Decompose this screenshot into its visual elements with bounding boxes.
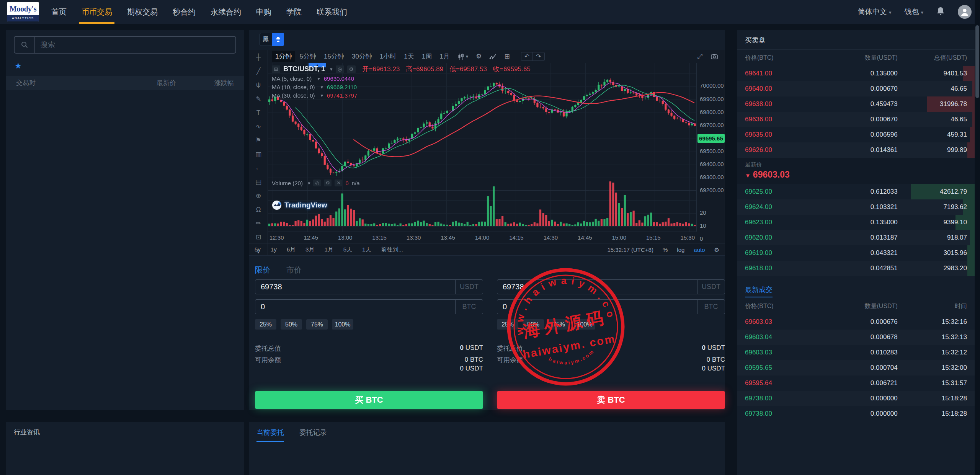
sell-price-input[interactable] <box>497 280 697 294</box>
ask-row[interactable]: 69641.00 0.135000 9401.53 <box>737 66 975 81</box>
draw-tool-icon[interactable]: ψ <box>253 81 264 89</box>
candle-style-icon[interactable]: ▾ <box>455 53 472 60</box>
percent-button[interactable]: 100% <box>332 319 353 330</box>
draw-tool-icon[interactable]: T <box>253 109 264 117</box>
symbol-menu-icon[interactable]: ⊞ <box>272 65 280 73</box>
percent-button[interactable]: 50% <box>281 319 302 330</box>
favorites-star-icon[interactable]: ★ <box>15 61 22 70</box>
chevron-down-icon[interactable]: ▾ <box>321 84 323 90</box>
clock-label[interactable]: 15:32:17 (UTC+8) <box>607 246 653 253</box>
chevron-down-icon[interactable]: ▾ <box>330 66 333 72</box>
nav-item[interactable]: 币币交易 <box>82 0 112 24</box>
percent-button[interactable]: 100% <box>574 319 595 330</box>
draw-tool-icon[interactable]: ✏ <box>253 219 264 228</box>
chart-theme-toggle[interactable]: 黑 <box>260 33 284 46</box>
sell-button[interactable]: 卖 BTC <box>497 391 725 409</box>
chevron-down-icon[interactable]: ▾ <box>321 93 323 98</box>
undo-icon[interactable]: ↶ <box>521 52 532 60</box>
compare-icon[interactable]: ⊞ <box>501 52 513 60</box>
range-button[interactable]: 1y <box>271 246 277 253</box>
ask-row[interactable]: 69636.00 0.000670 46.65 <box>737 112 975 127</box>
redo-icon[interactable]: ↷ <box>532 52 544 60</box>
tradingview-attribution[interactable]: TradingView <box>272 200 327 210</box>
range-button[interactable]: 5天 <box>343 246 352 253</box>
axis-settings-gear-icon[interactable]: ⚙ <box>714 246 719 253</box>
draw-tool-icon[interactable]: ▤ <box>253 178 264 186</box>
wallet-dropdown[interactable]: 钱包▾ <box>904 7 923 17</box>
ask-row[interactable]: 69638.00 0.459473 31996.78 <box>737 96 975 112</box>
nav-item[interactable]: 期权交易 <box>127 0 158 24</box>
percent-button[interactable]: 75% <box>306 319 328 330</box>
nav-item[interactable]: 学院 <box>286 0 302 24</box>
language-dropdown[interactable]: 简体中文▾ <box>858 7 892 17</box>
percent-button[interactable]: 50% <box>523 319 544 330</box>
tab-limit-order[interactable]: 限价 <box>255 265 270 275</box>
fullscreen-icon[interactable]: ⤢ <box>694 53 706 60</box>
range-button[interactable]: 1月 <box>324 246 333 253</box>
nav-item[interactable]: 联系我们 <box>317 0 347 24</box>
sell-amount-input[interactable] <box>497 300 697 314</box>
chevron-down-icon[interactable]: ▾ <box>308 180 310 186</box>
range-button[interactable]: 前往到... <box>381 246 403 253</box>
buy-amount-input[interactable] <box>255 300 455 314</box>
user-avatar[interactable] <box>958 5 972 19</box>
interval-button[interactable]: 1分钟 <box>272 51 295 62</box>
snapshot-camera-icon[interactable] <box>708 54 721 59</box>
interval-button[interactable]: 1小时 <box>376 51 400 62</box>
scrollbar-thumb[interactable] <box>975 25 979 98</box>
light-theme-button[interactable] <box>272 33 284 46</box>
volume-gear-icon[interactable]: ⚙ <box>324 180 332 186</box>
price-axis[interactable]: 69595.65 70000.0069900.0069800.0069700.0… <box>696 63 725 232</box>
bid-row[interactable]: 69623.00 0.135000 9399.10 <box>737 215 975 230</box>
draw-tool-icon[interactable]: ╱ <box>253 67 264 75</box>
draw-tool-icon[interactable]: Ω <box>253 206 264 214</box>
draw-tool-icon[interactable]: ⊡ <box>253 233 264 242</box>
range-button[interactable]: 6月 <box>287 246 296 253</box>
draw-tool-icon[interactable]: ⚑ <box>253 136 264 145</box>
interval-button[interactable]: 5分钟 <box>296 51 319 62</box>
draw-tool-icon[interactable]: ▥ <box>253 150 264 158</box>
bid-row[interactable]: 69619.00 0.043321 3015.96 <box>737 245 975 261</box>
interval-button[interactable]: 1周 <box>418 51 435 62</box>
symbol-gear-icon[interactable]: ⚙ <box>347 65 356 73</box>
chevron-down-icon[interactable]: ▾ <box>317 76 320 82</box>
dark-theme-button[interactable]: 黑 <box>260 33 272 46</box>
volume-close-icon[interactable]: ✕ <box>335 180 342 186</box>
interval-button[interactable]: 1月 <box>436 51 453 62</box>
range-button[interactable]: 5y <box>255 246 261 253</box>
notification-bell-icon[interactable] <box>936 7 945 17</box>
range-button[interactable]: 3月 <box>305 246 314 253</box>
percent-button[interactable]: 25% <box>255 319 276 330</box>
nav-item[interactable]: 首页 <box>51 0 67 24</box>
percent-button[interactable]: 75% <box>548 319 570 330</box>
volume-eye-icon[interactable]: ◎ <box>313 180 321 186</box>
draw-tool-icon[interactable]: ← <box>253 164 264 172</box>
percent-scale-button[interactable]: % <box>663 246 668 253</box>
tab-market-order[interactable]: 市价 <box>286 265 302 275</box>
auto-scale-button[interactable]: auto <box>694 246 705 253</box>
tab-current-orders[interactable]: 当前委托 <box>256 428 284 442</box>
interval-button[interactable]: 30分钟 <box>348 51 376 62</box>
nav-item[interactable]: 秒合约 <box>173 0 196 24</box>
draw-tool-icon[interactable]: ┼ <box>253 53 264 62</box>
buy-button[interactable]: 买 BTC <box>255 391 483 409</box>
draw-tool-icon[interactable]: ✎ <box>253 95 264 103</box>
page-scrollbar[interactable] <box>975 0 980 475</box>
indicators-icon[interactable] <box>486 54 500 60</box>
time-axis[interactable]: 12:3012:4513:0013:1513:3013:4514:0014:15… <box>268 232 696 243</box>
bid-row[interactable]: 69624.00 0.103321 7193.62 <box>737 199 975 215</box>
nav-item[interactable]: 申购 <box>256 0 271 24</box>
interval-button[interactable]: 1天 <box>400 51 417 62</box>
interval-button[interactable]: 15分钟 <box>320 51 348 62</box>
bid-row[interactable]: 69620.00 0.013187 918.07 <box>737 230 975 245</box>
search-input[interactable] <box>35 37 235 53</box>
percent-button[interactable]: 25% <box>497 319 518 330</box>
bid-row[interactable]: 69625.00 0.612033 42612.79 <box>737 184 975 199</box>
tab-order-history[interactable]: 委托记录 <box>299 428 327 442</box>
ask-row[interactable]: 69635.00 0.006596 459.31 <box>737 127 975 142</box>
buy-price-input[interactable] <box>255 280 455 294</box>
symbol-eye-icon[interactable]: ◎ <box>336 65 344 73</box>
draw-tool-icon[interactable]: ⊕ <box>253 191 264 200</box>
brand-logo[interactable]: Moody's ANALYTICS <box>7 2 39 21</box>
bid-row[interactable]: 69618.00 0.042851 2983.20 <box>737 261 975 276</box>
